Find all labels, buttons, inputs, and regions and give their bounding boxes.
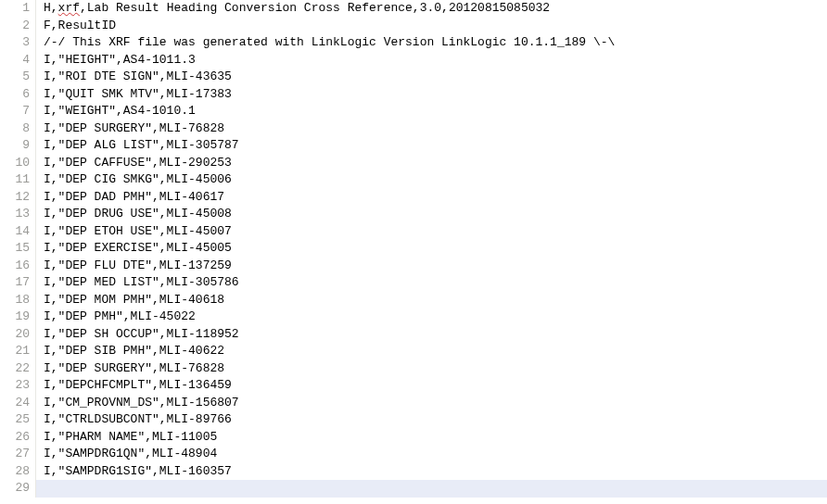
code-token: I,"DEP EXERCISE",MLI-45005: [44, 241, 232, 255]
code-line[interactable]: 27I,"SAMPDRG1QN",MLI-48904: [0, 446, 827, 463]
code-token: I,"DEP SURGERY",MLI-76828: [44, 361, 224, 375]
line-content[interactable]: I,"DEP SH OCCUP",MLI-118952: [36, 326, 827, 344]
line-number: 11: [0, 171, 36, 189]
line-number: 15: [0, 240, 36, 258]
line-number: 12: [0, 189, 36, 207]
code-line[interactable]: 15I,"DEP EXERCISE",MLI-45005: [0, 240, 827, 258]
line-content[interactable]: I,"DEP CIG SMKG",MLI-45006: [36, 171, 827, 189]
code-line[interactable]: 22I,"DEP SURGERY",MLI-76828: [0, 360, 827, 378]
code-token: I,"DEP PMH",MLI-45022: [44, 309, 196, 323]
line-number: 25: [0, 411, 36, 429]
line-number: 29: [0, 480, 36, 498]
line-content[interactable]: I,"DEP SURGERY",MLI-76828: [36, 360, 827, 378]
code-line[interactable]: 17I,"DEP MED LIST",MLI-305786: [0, 274, 827, 292]
code-line[interactable]: 7I,"WEIGHT",AS4-1010.1: [0, 103, 827, 120]
code-line[interactable]: 4I,"HEIGHT",AS4-1011.3: [0, 52, 827, 69]
code-token: I,"DEP DAD PMH",MLI-40617: [44, 190, 224, 204]
code-line[interactable]: 13I,"DEP DRUG USE",MLI-45008: [0, 206, 827, 223]
line-content[interactable]: I,"DEP MOM PMH",MLI-40618: [36, 292, 827, 309]
code-line[interactable]: 28I,"SAMPDRG1SIG",MLI-160357: [0, 463, 827, 481]
line-content[interactable]: I,"ROI DTE SIGN",MLI-43635: [36, 69, 827, 86]
line-content[interactable]: I,"DEP FLU DTE",MLI-137259: [36, 258, 827, 275]
line-content[interactable]: /-/ This XRF file was generated with Lin…: [36, 34, 827, 52]
code-line[interactable]: 21I,"DEP SIB PMH",MLI-40622: [0, 343, 827, 360]
code-line[interactable]: 23I,"DEPCHFCMPLT",MLI-136459: [0, 377, 827, 395]
line-number: 3: [0, 34, 36, 52]
code-line[interactable]: 12I,"DEP DAD PMH",MLI-40617: [0, 189, 827, 207]
code-token: I,"CM_PROVNM_DS",MLI-156807: [44, 396, 239, 410]
line-number: 10: [0, 155, 36, 172]
line-number: 24: [0, 395, 36, 412]
code-line[interactable]: 14I,"DEP ETOH USE",MLI-45007: [0, 223, 827, 241]
line-content[interactable]: I,"DEP ALG LIST",MLI-305787: [36, 137, 827, 155]
line-content[interactable]: I,"DEP DAD PMH",MLI-40617: [36, 189, 827, 207]
line-content[interactable]: I,"DEP ETOH USE",MLI-45007: [36, 223, 827, 241]
line-content[interactable]: [36, 480, 827, 498]
line-content[interactable]: I,"DEP CAFFUSE",MLI-290253: [36, 155, 827, 172]
code-token: I,"DEP CIG SMKG",MLI-45006: [44, 172, 232, 186]
code-token: I,"DEP FLU DTE",MLI-137259: [44, 258, 232, 272]
code-token: /-/ This XRF file was generated with Lin…: [44, 35, 615, 49]
code-line[interactable]: 18I,"DEP MOM PMH",MLI-40618: [0, 292, 827, 309]
line-number: 14: [0, 223, 36, 241]
code-line[interactable]: 3/-/ This XRF file was generated with Li…: [0, 34, 827, 52]
code-token: I,"DEP CAFFUSE",MLI-290253: [44, 156, 232, 170]
code-line[interactable]: 29: [0, 480, 827, 498]
code-token: I,"HEIGHT",AS4-1011.3: [44, 53, 196, 67]
line-content[interactable]: I,"SAMPDRG1QN",MLI-48904: [36, 446, 827, 463]
line-content[interactable]: I,"DEP MED LIST",MLI-305786: [36, 274, 827, 292]
line-content[interactable]: I,"DEP SIB PMH",MLI-40622: [36, 343, 827, 360]
code-line[interactable]: 11I,"DEP CIG SMKG",MLI-45006: [0, 171, 827, 189]
line-number: 20: [0, 326, 36, 344]
line-content[interactable]: I,"DEP EXERCISE",MLI-45005: [36, 240, 827, 258]
line-content[interactable]: I,"DEP PMH",MLI-45022: [36, 309, 827, 326]
line-number: 18: [0, 292, 36, 309]
code-token: I,"ROI DTE SIGN",MLI-43635: [44, 69, 232, 83]
code-token: I,"DEP SURGERY",MLI-76828: [44, 121, 224, 135]
line-content[interactable]: I,"PHARM NAME",MLI-11005: [36, 429, 827, 447]
code-line[interactable]: 8I,"DEP SURGERY",MLI-76828: [0, 120, 827, 138]
code-line[interactable]: 10I,"DEP CAFFUSE",MLI-290253: [0, 155, 827, 172]
code-token: ,Lab Result Heading Conversion Cross Ref…: [80, 1, 550, 15]
line-content[interactable]: I,"DEP SURGERY",MLI-76828: [36, 120, 827, 138]
line-number: 1: [0, 0, 36, 18]
line-content[interactable]: I,"CM_PROVNM_DS",MLI-156807: [36, 395, 827, 412]
line-content[interactable]: I,"QUIT SMK MTV",MLI-17383: [36, 86, 827, 104]
code-line[interactable]: 26I,"PHARM NAME",MLI-11005: [0, 429, 827, 447]
line-content[interactable]: I,"SAMPDRG1SIG",MLI-160357: [36, 463, 827, 481]
line-content[interactable]: I,"WEIGHT",AS4-1010.1: [36, 103, 827, 120]
code-line[interactable]: 19I,"DEP PMH",MLI-45022: [0, 309, 827, 326]
line-content[interactable]: I,"HEIGHT",AS4-1011.3: [36, 52, 827, 69]
code-line[interactable]: 5I,"ROI DTE SIGN",MLI-43635: [0, 69, 827, 86]
line-content[interactable]: H,xrf,Lab Result Heading Conversion Cros…: [36, 0, 827, 18]
line-content[interactable]: F,ResultID: [36, 18, 827, 35]
code-line[interactable]: 16I,"DEP FLU DTE",MLI-137259: [0, 258, 827, 275]
line-number: 26: [0, 429, 36, 447]
code-line[interactable]: 20I,"DEP SH OCCUP",MLI-118952: [0, 326, 827, 344]
code-editor[interactable]: 1H,xrf,Lab Result Heading Conversion Cro…: [0, 0, 827, 504]
code-token: I,"DEP MED LIST",MLI-305786: [44, 275, 239, 289]
line-number: 27: [0, 446, 36, 463]
code-token: I,"DEP MOM PMH",MLI-40618: [44, 293, 224, 307]
line-number: 13: [0, 206, 36, 223]
code-token: H,: [44, 1, 58, 15]
code-token: I,"CTRLDSUBCONT",MLI-89766: [44, 412, 232, 426]
code-token: I,"DEP ETOH USE",MLI-45007: [44, 224, 232, 238]
code-token: I,"DEP SIB PMH",MLI-40622: [44, 344, 224, 358]
code-line[interactable]: 1H,xrf,Lab Result Heading Conversion Cro…: [0, 0, 827, 18]
code-line[interactable]: 9I,"DEP ALG LIST",MLI-305787: [0, 137, 827, 155]
line-number: 16: [0, 258, 36, 275]
code-token: I,"DEPCHFCMPLT",MLI-136459: [44, 378, 232, 392]
line-content[interactable]: I,"DEPCHFCMPLT",MLI-136459: [36, 377, 827, 395]
line-content[interactable]: I,"DEP DRUG USE",MLI-45008: [36, 206, 827, 223]
code-line[interactable]: 6I,"QUIT SMK MTV",MLI-17383: [0, 86, 827, 104]
line-number: 17: [0, 274, 36, 292]
line-content[interactable]: I,"CTRLDSUBCONT",MLI-89766: [36, 411, 827, 429]
line-number: 9: [0, 137, 36, 155]
code-line[interactable]: 24I,"CM_PROVNM_DS",MLI-156807: [0, 395, 827, 412]
code-token: I,"SAMPDRG1QN",MLI-48904: [44, 447, 217, 460]
code-line[interactable]: 2F,ResultID: [0, 18, 827, 35]
code-token: I,"QUIT SMK MTV",MLI-17383: [44, 87, 232, 101]
spell-error-token: xrf: [58, 1, 80, 15]
code-line[interactable]: 25I,"CTRLDSUBCONT",MLI-89766: [0, 411, 827, 429]
